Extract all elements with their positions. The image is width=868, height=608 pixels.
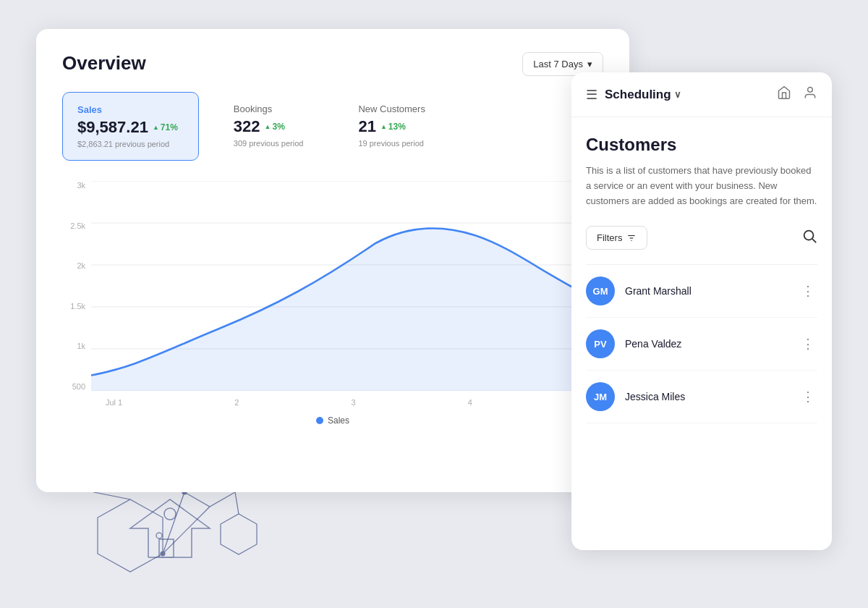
svg-rect-23 <box>159 539 174 557</box>
new-customers-label: New Customers <box>358 104 425 114</box>
bookings-metric[interactable]: Bookings 322 3% 309 previous period <box>219 92 324 161</box>
hamburger-icon[interactable]: ☰ <box>586 87 597 103</box>
scheduling-body: Customers This is a list of customers th… <box>571 117 832 423</box>
filters-button[interactable]: Filters <box>586 226 647 250</box>
svg-point-24 <box>164 508 176 520</box>
bookings-prev: 309 previous period <box>234 139 304 148</box>
search-button[interactable] <box>801 228 817 248</box>
scheduling-title-container: Scheduling ∨ <box>605 88 770 102</box>
filters-row: Filters <box>586 226 817 250</box>
svg-line-14 <box>163 507 210 554</box>
scheduling-panel: ☰ Scheduling ∨ <box>571 72 832 550</box>
scheduling-title-text: Scheduling <box>605 88 671 102</box>
store-icon[interactable] <box>777 85 791 104</box>
svg-point-36 <box>804 231 814 240</box>
overview-card: Overview Last 7 Days ▾ Sales $9,587.21 7… <box>36 29 629 492</box>
scheduling-chevron-icon: ∨ <box>674 89 681 100</box>
chart-x-axis: Jul 1 2 3 4 5 <box>91 392 603 413</box>
chart-legend: Sales <box>62 415 603 426</box>
y-label-2-5k: 2.5k <box>70 221 85 230</box>
svg-marker-3 <box>98 499 163 572</box>
y-label-1-5k: 1.5k <box>70 302 85 311</box>
chart-y-axis: 3k 2.5k 2k 1.5k 1k 500 <box>62 181 91 391</box>
svg-line-37 <box>812 240 816 243</box>
y-label-500: 500 <box>72 382 85 391</box>
x-label-2: 2 <box>234 398 239 407</box>
y-label-3k: 3k <box>77 181 85 190</box>
svg-marker-5 <box>221 514 257 554</box>
search-icon <box>801 228 817 244</box>
avatar-gm: GM <box>586 276 615 305</box>
sales-value: $9,587.21 71% <box>77 118 178 137</box>
customer-item-0[interactable]: GM Grant Marshall ⋮ <box>586 265 817 318</box>
customers-description: This is a list of customers that have pr… <box>586 164 817 208</box>
svg-point-20 <box>161 552 165 556</box>
header-icons <box>777 85 817 104</box>
svg-line-12 <box>163 492 184 554</box>
x-label-4: 4 <box>468 398 472 407</box>
svg-point-25 <box>156 533 162 539</box>
customer-name-2: Jessica Miles <box>625 391 788 402</box>
metrics-row: Sales $9,587.21 71% $2,863.21 previous p… <box>62 92 603 161</box>
customers-title: Customers <box>586 135 817 155</box>
bookings-value: 322 3% <box>234 117 304 136</box>
customer-name-1: Pena Valdez <box>625 338 788 350</box>
sales-metric[interactable]: Sales $9,587.21 71% $2,863.21 previous p… <box>62 92 199 161</box>
customer-name-0: Grant Marshall <box>625 285 788 297</box>
y-label-1k: 1k <box>77 342 85 350</box>
customer-item-2[interactable]: JM Jessica Miles ⋮ <box>586 371 817 423</box>
sales-chart: 3k 2.5k 2k 1.5k 1k 500 <box>62 181 603 413</box>
more-button-1[interactable]: ⋮ <box>799 333 817 355</box>
sales-label: Sales <box>77 104 178 115</box>
avatar-pv: PV <box>586 329 615 358</box>
svg-line-10 <box>94 492 130 499</box>
new-customers-prev: 19 previous period <box>358 139 425 148</box>
svg-line-13 <box>235 492 239 514</box>
filter-icon <box>626 233 637 243</box>
sales-badge: 71% <box>153 122 178 132</box>
dropdown-arrow-icon: ▾ <box>587 59 592 69</box>
y-label-2k: 2k <box>77 261 85 270</box>
sales-prev: $2,863.21 previous period <box>77 140 178 148</box>
new-customers-value: 21 13% <box>358 117 425 136</box>
more-button-2[interactable]: ⋮ <box>799 386 817 408</box>
new-customers-badge: 13% <box>380 122 406 132</box>
person-icon[interactable] <box>803 85 817 104</box>
chart-svg-wrapper <box>91 181 603 391</box>
bookings-label: Bookings <box>234 104 304 114</box>
legend-label: Sales <box>328 415 349 426</box>
legend-dot <box>316 417 323 424</box>
customer-item-1[interactable]: PV Pena Valdez ⋮ <box>586 318 817 371</box>
filters-label: Filters <box>597 232 622 243</box>
scheduling-header: ☰ Scheduling ∨ <box>571 72 832 117</box>
bookings-badge: 3% <box>265 122 285 132</box>
x-label-3: 3 <box>352 398 356 407</box>
avatar-jm: JM <box>586 382 615 411</box>
x-label-jul1: Jul 1 <box>106 398 122 407</box>
more-button-0[interactable]: ⋮ <box>799 280 817 302</box>
svg-point-32 <box>808 88 813 93</box>
new-customers-metric[interactable]: New Customers 21 13% 19 previous period <box>344 92 445 161</box>
customer-list: GM Grant Marshall ⋮ PV Pena Valdez ⋮ JM … <box>586 264 817 423</box>
